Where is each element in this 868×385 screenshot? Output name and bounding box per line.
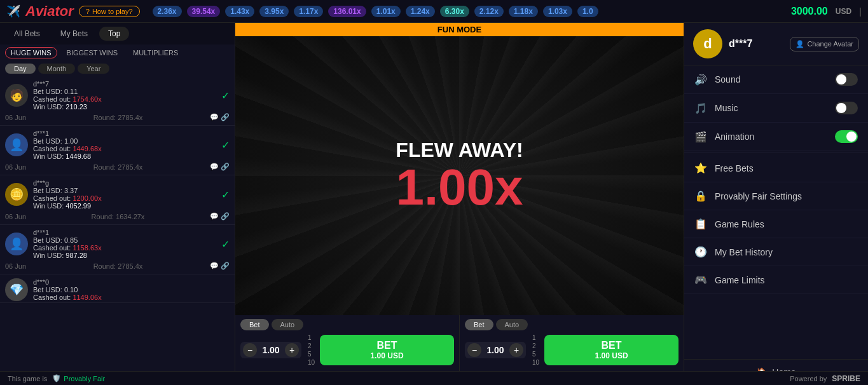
free-bets-menu-item[interactable]: ⭐ Free Bets (684, 154, 868, 182)
quick-5-2[interactable]: 5 (532, 351, 539, 358)
bet-list: 🧑 d***7 Bet USD: 0.11 Cashed out: 1754.6… (0, 76, 235, 385)
round-info: Round: 2785.4x (93, 262, 143, 270)
mult-pill[interactable]: 136.01x (328, 6, 366, 17)
music-label: Music (715, 103, 827, 113)
cashout-label: Cashed out: (33, 294, 72, 301)
quick-2-2[interactable]: 2 (532, 342, 539, 349)
change-avatar-button[interactable]: 👤 Change Avatar (790, 37, 859, 51)
bet-button-label-2: BET (602, 340, 622, 351)
mult-pill[interactable]: 1.0 (577, 6, 598, 17)
quick-2-1[interactable]: 2 (308, 342, 315, 349)
menu-divider (684, 152, 868, 153)
multipliers-tab[interactable]: MULTIPLIERS (127, 47, 184, 58)
avatar: 👤 (5, 233, 28, 255)
quick-1-1[interactable]: 1 (308, 334, 315, 341)
mult-pill[interactable]: 3.95x (259, 6, 289, 17)
quick-1-2[interactable]: 1 (532, 334, 539, 341)
mult-pill[interactable]: 1.18x (509, 6, 538, 17)
mult-pill[interactable]: 6.30x (440, 6, 469, 17)
huge-wins-tab[interactable]: HUGE WINS (5, 47, 57, 58)
game-limits-label: Game Limits (715, 275, 858, 285)
day-tab[interactable]: Day (5, 64, 36, 74)
top-bar: ✈️ Aviator ? How to play? 2.36x 39.54x 1… (0, 0, 868, 23)
center-area: FUN MODE FLEW AWAY! 1.00x Bet Auto − 1.0… (235, 23, 684, 385)
round-info: Round: 1634.27x (92, 213, 145, 220)
animation-menu-item[interactable]: 🎬 Animation (684, 123, 868, 151)
animation-toggle[interactable] (835, 130, 858, 143)
auto-tab-2[interactable]: Auto (496, 319, 528, 330)
round-info: Round: 2785.4x (93, 163, 143, 171)
provably-fair-menu-item[interactable]: 🔒 Provably Fair Settings (684, 182, 868, 210)
avatar: 🧑 (5, 84, 28, 107)
bet-tab-1[interactable]: Bet (240, 319, 269, 330)
quick-10-1[interactable]: 10 (308, 359, 315, 366)
bet-ctrl-tabs-1: Bet Auto (240, 319, 454, 330)
quick-amounts-1: 1 2 5 10 (308, 334, 315, 366)
win-label: Win USD: (33, 152, 65, 160)
username: d***0 (33, 278, 230, 286)
increase-btn-1[interactable]: + (285, 343, 299, 357)
game-canvas: FLEW AWAY! 1.00x (235, 36, 684, 315)
cashout-value: 1449.68x (72, 145, 101, 152)
win-label: Win USD: (33, 252, 65, 259)
year-tab[interactable]: Year (78, 64, 109, 74)
bet-label: Bet USD: (33, 286, 64, 294)
sound-toggle[interactable] (835, 73, 858, 86)
bet-label: Bet USD: (33, 88, 64, 95)
top-tab[interactable]: Top (99, 27, 129, 41)
quick-5-1[interactable]: 5 (308, 351, 315, 358)
username: d***1 (33, 130, 216, 137)
plane-icon: ✈️ (6, 4, 20, 18)
bet-button-2[interactable]: BET 1.00 USD (544, 335, 679, 365)
bet-button-amount-1: 1.00 USD (325, 351, 449, 360)
bet-button-1[interactable]: BET 1.00 USD (320, 335, 454, 365)
how-to-play-button[interactable]: ? How to play? (79, 6, 140, 17)
game-limits-menu-item[interactable]: 🎮 Game Limits (684, 266, 868, 294)
toggle-knob (836, 74, 846, 84)
mult-pill[interactable]: 2.12x (474, 6, 504, 17)
cashout-value: 1149.06x (72, 294, 101, 301)
decrease-btn-2[interactable]: − (467, 343, 481, 357)
game-rules-label: Game Rules (715, 219, 858, 229)
mult-pill[interactable]: 39.54x (187, 6, 221, 17)
flew-away-display: FLEW AWAY! 1.00x (396, 138, 523, 213)
bet-tab-2[interactable]: Bet (465, 319, 493, 330)
increase-btn-2[interactable]: + (509, 343, 523, 357)
user-header: d d***7 👤 Change Avatar (684, 23, 868, 65)
my-bet-history-menu-item[interactable]: 🕐 My Bet History (684, 238, 868, 266)
cashout-label: Cashed out: (33, 145, 72, 152)
game-rules-menu-item[interactable]: 📋 Game Rules (684, 210, 868, 238)
mult-pill[interactable]: 1.43x (225, 6, 254, 17)
main-layout: All Bets My Bets Top HUGE WINS BIGGEST W… (0, 23, 868, 385)
quick-10-2[interactable]: 10 (532, 359, 539, 366)
mult-pill[interactable]: 1.03x (543, 6, 572, 17)
month-tab[interactable]: Month (38, 64, 76, 74)
bet-label: Bet USD: (33, 137, 64, 145)
powered-by-text: Powered by (790, 375, 827, 382)
my-bets-tab[interactable]: My Bets (52, 27, 97, 41)
list-item: 👤 d***1 Bet USD: 0.85 Cashed out: 1158.6… (0, 225, 235, 274)
avatar: 🪙 (5, 183, 28, 206)
all-bets-tab[interactable]: All Bets (5, 27, 49, 41)
bet-date: 06 Jun (5, 163, 26, 171)
sound-menu-item[interactable]: 🔊 Sound (684, 65, 868, 94)
verify-icon: ✓ (221, 189, 230, 201)
mult-pill[interactable]: 1.24x (406, 6, 435, 17)
list-item: 👤 d***1 Bet USD: 1.00 Cashed out: 1449.6… (0, 126, 235, 175)
biggest-wins-tab[interactable]: BIGGEST WINS (61, 47, 123, 58)
decrease-btn-1[interactable]: − (243, 343, 257, 357)
mult-pill[interactable]: 1.01x (371, 6, 401, 17)
shield-icon: 🔒 (694, 190, 707, 202)
win-label: Win USD: (33, 202, 65, 210)
mult-pill[interactable]: 2.36x (153, 6, 182, 17)
cashout-value: 1754.60x (72, 95, 101, 103)
music-menu-item[interactable]: 🎵 Music (684, 94, 868, 123)
currency-label: USD (836, 7, 851, 16)
provably-fair-badge[interactable]: 🛡️ Provably Fair (52, 374, 105, 382)
mult-pill[interactable]: 1.17x (294, 6, 323, 17)
amount-value-1: 1.00 (259, 345, 282, 355)
auto-tab-1[interactable]: Auto (272, 319, 304, 330)
music-toggle[interactable] (835, 102, 858, 114)
username: d***7 (33, 80, 216, 88)
bet-button-label-1: BET (377, 340, 397, 351)
